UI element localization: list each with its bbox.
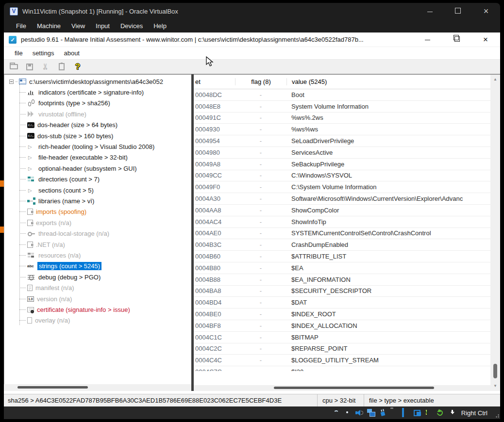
scroll-down-arrow-icon[interactable]: ▼ bbox=[490, 382, 500, 390]
pestudio-close-button[interactable] bbox=[471, 35, 500, 45]
tree-item-certificate-signature-info-issue[interactable]: certificate (signature-info > issue) bbox=[4, 304, 191, 315]
manifest-icon bbox=[27, 285, 33, 291]
table-row[interactable]: 0004930-%ws%ws bbox=[194, 124, 490, 135]
cell-value: $INDEX_ALLOCATION bbox=[286, 322, 490, 329]
tree-item-optional-header-subsystem-gui[interactable]: optional-header (subsystem > GUI) bbox=[4, 163, 191, 174]
table-row[interactable]: 0004C7C-$I30 bbox=[194, 366, 490, 371]
table-row[interactable]: 0004BA8-$SECURITY_DESCRIPTOR bbox=[194, 286, 490, 297]
vbox-menu-input[interactable]: Input bbox=[90, 22, 115, 30]
table-row[interactable]: 0004C1C-$BITMAP bbox=[194, 332, 490, 343]
table-row[interactable]: 0004B88-$EA_INFORMATION bbox=[194, 274, 490, 286]
pestudio-menu-about[interactable]: about bbox=[59, 49, 84, 57]
column-header-value[interactable]: value (5245) bbox=[286, 78, 490, 85]
column-header-flag[interactable]: flag (8) bbox=[235, 78, 286, 85]
save-button[interactable] bbox=[25, 62, 34, 72]
cell-offset: 0004BE0 bbox=[194, 310, 235, 318]
tree-item-indicators-certificate-signature[interactable]: indicators (certificate > signature-info… bbox=[4, 87, 191, 97]
scroll-up-arrow-icon[interactable]: ▲ bbox=[490, 76, 500, 83]
cell-value: C:\System Volume Information bbox=[286, 183, 490, 191]
virtualbox-menubar: FileMachineViewInputDevicesHelp bbox=[4, 19, 500, 32]
recording-icon[interactable] bbox=[414, 409, 422, 417]
table-row[interactable]: 0004A30-Software\Microsoft\Windows\Curre… bbox=[194, 193, 490, 205]
vscroll-thumb[interactable] bbox=[493, 364, 497, 378]
tree-item-rich-header-tooling-visual-studi[interactable]: rich-header (tooling > Visual Studio 200… bbox=[4, 141, 191, 152]
hard-disk-icon[interactable] bbox=[332, 409, 340, 417]
cut-icon: ✄ bbox=[41, 64, 50, 70]
clipboard-button[interactable] bbox=[57, 62, 67, 72]
table-row[interactable]: 0004BE0-$INDEX_ROOT bbox=[194, 308, 490, 320]
tree-item-sections-count-5[interactable]: sections (count > 5) bbox=[4, 185, 191, 195]
collapse-toggle-icon[interactable] bbox=[9, 80, 14, 84]
help-button[interactable]: ? bbox=[73, 62, 83, 72]
tree-item-overlay-n-a[interactable]: overlay (n/a) bbox=[4, 315, 191, 326]
table-horizontal-scrollbar[interactable] bbox=[194, 385, 490, 391]
open-file-button[interactable] bbox=[9, 62, 18, 72]
audio-icon[interactable] bbox=[355, 409, 364, 417]
table-row[interactable]: 0004954-SeLoadDriverPrivilege bbox=[194, 135, 490, 147]
tree-item-net-n-a[interactable]: .NET (n/a) bbox=[4, 239, 191, 250]
tree-item-thread-local-storage-n-a[interactable]: thread-local-storage (n/a) bbox=[4, 228, 191, 239]
cell-offset: 0004B88 bbox=[194, 276, 235, 283]
usb-icon[interactable] bbox=[378, 408, 388, 418]
tree-item-libraries-name-v[interactable]: libraries (name > vī) bbox=[4, 195, 191, 206]
table-row[interactable]: 00048DC-Boot bbox=[194, 89, 490, 101]
tree-item-manifest-n-a[interactable]: manifest (n/a) bbox=[4, 282, 191, 293]
table-row[interactable]: 0004B3C-CrashDumpEnabled bbox=[194, 239, 490, 251]
pestudio-restore-button[interactable] bbox=[442, 36, 471, 43]
resize-grip[interactable] bbox=[494, 413, 499, 418]
tree-hscroll-thumb[interactable] bbox=[17, 386, 88, 389]
column-header-offset[interactable]: et bbox=[194, 78, 235, 85]
tree-item-resources-n-a[interactable]: resources (n/a) bbox=[4, 250, 191, 260]
table-vertical-scrollbar[interactable]: ▲ ▼ bbox=[490, 74, 500, 391]
pestudio-menu-settings[interactable]: settings bbox=[28, 49, 59, 57]
table-row[interactable]: 000491C-%ws%.2ws bbox=[194, 113, 490, 124]
mouse-integration-icon[interactable] bbox=[437, 409, 445, 417]
vbox-menu-devices[interactable]: Devices bbox=[115, 22, 148, 30]
vbox-menu-help[interactable]: Help bbox=[148, 22, 172, 30]
table-hscroll-thumb[interactable] bbox=[274, 387, 434, 389]
network-icon[interactable] bbox=[367, 409, 375, 417]
vbox-menu-machine[interactable]: Machine bbox=[32, 22, 66, 30]
table-row[interactable]: 0004AC4-ShowInfoTip bbox=[194, 216, 490, 228]
table-row[interactable]: 0004980-ServicesActive bbox=[194, 147, 490, 159]
tree-item-file-header-executable-32-bit[interactable]: file-header (executable > 32-bit) bbox=[4, 152, 191, 163]
tree-item-dos-header-size-64-bytes[interactable]: dos-header (size > 64 bytes) bbox=[4, 120, 191, 130]
table-row[interactable]: 0004AE0-SYSTEM\CurrentControlSet\Control… bbox=[194, 228, 490, 240]
tree-item-directories-count-7[interactable]: directories (count > 7) bbox=[4, 174, 191, 185]
vbox-close-button[interactable] bbox=[472, 6, 500, 16]
tree-item-dos-stub-size-160-bytes[interactable]: dos-stub (size > 160 bytes) bbox=[4, 130, 191, 141]
cut-button[interactable]: ✄ bbox=[41, 62, 50, 72]
features-icon[interactable] bbox=[425, 409, 434, 417]
table-row[interactable]: 00048E8-System Volume Information bbox=[194, 101, 490, 113]
shared-folder-icon[interactable] bbox=[390, 409, 399, 417]
tree-item-debug-debug-pgo[interactable]: debug (debug > PGO) bbox=[4, 272, 191, 282]
table-row[interactable]: 0004AA8-ShowCompColor bbox=[194, 205, 490, 216]
table-row[interactable]: 0004B60-$ATTRIBUTE_LIST bbox=[194, 251, 490, 262]
optical-disc-icon[interactable] bbox=[344, 409, 352, 417]
table-row[interactable]: 0004C2C-$REPARSE_POINT bbox=[194, 343, 490, 355]
tree-item-imports-spoofing[interactable]: imports (spoofing) bbox=[4, 207, 191, 217]
vbox-menu-file[interactable]: File bbox=[11, 22, 32, 30]
pestudio-menu-file[interactable]: file bbox=[10, 49, 28, 57]
table-row[interactable]: 0004C4C-$LOGGED_UTILITY_STREAM bbox=[194, 355, 490, 366]
tree-item-strings-count-5245[interactable]: strings (count > 5245) bbox=[4, 261, 191, 272]
tree-item-virustotal-offline[interactable]: virustotal (offline) bbox=[4, 109, 191, 119]
table-row[interactable]: 0004BF8-$INDEX_ALLOCATION bbox=[194, 320, 490, 332]
tree-item-c-users-victim-desktop-assignmen[interactable]: c:\users\victim\desktop\assignments\a64c… bbox=[4, 76, 191, 87]
table-row[interactable]: 00049A8-SeBackupPrivilege bbox=[194, 159, 490, 170]
pestudio-minimize-button[interactable] bbox=[413, 36, 442, 43]
vbox-minimize-button[interactable] bbox=[416, 8, 444, 15]
tree-item-footprints-type-sha256[interactable]: footprints (type > sha256) bbox=[4, 98, 191, 109]
display-icon[interactable] bbox=[402, 409, 410, 417]
vbox-menu-view[interactable]: View bbox=[66, 22, 90, 30]
vbox-maximize-button[interactable] bbox=[444, 8, 472, 15]
table-row[interactable]: 0004B80-$EA bbox=[194, 262, 490, 274]
table-row[interactable]: 0004BD4-$DAT bbox=[194, 297, 490, 308]
tree-item-exports-n-a[interactable]: exports (n/a) bbox=[4, 217, 191, 228]
tree-horizontal-scrollbar[interactable] bbox=[4, 384, 191, 391]
cell-offset: 00049A8 bbox=[194, 161, 235, 168]
table-row[interactable]: 00049CC-C:\Windows\SYSVOL bbox=[194, 170, 490, 182]
table-row[interactable]: 00049F0-C:\System Volume Information bbox=[194, 181, 490, 193]
tree-item-version-n-a[interactable]: version (n/a) bbox=[4, 293, 191, 304]
keyboard-icon[interactable] bbox=[449, 409, 457, 417]
